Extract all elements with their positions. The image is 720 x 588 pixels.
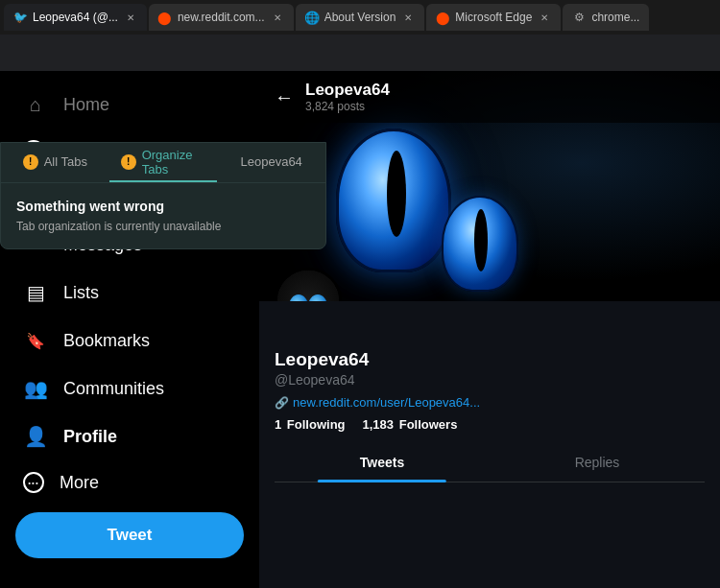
organize-tabs-content: Something went wrong Tab organization is… (1, 183, 325, 248)
bookmarks-icon: 🔖 (23, 328, 48, 353)
leopeva-tab-btn[interactable]: Leopeva64 (217, 143, 325, 182)
followers-label: Followers (399, 417, 458, 432)
profile-info-section: Leopeva64 @Leopeva64 🔗 new.reddit.com/us… (259, 301, 720, 494)
avatar-eye-right (308, 294, 327, 301)
tab-edge-title: Microsoft Edge (455, 11, 532, 24)
all-tabs-btn[interactable]: ! All Tabs (1, 143, 109, 182)
profile-posts-count: 3,824 posts (305, 100, 390, 113)
organize-tabs-btn[interactable]: ! Organize Tabs (109, 143, 218, 182)
cat-eye-big-right (442, 196, 518, 292)
reddit-favicon: ⬤ (158, 11, 172, 24)
tab-bar: 🐦 Leopeva64 (@... ✕ ⬤ new.reddit.com... … (0, 0, 720, 35)
following-count: 1 (275, 417, 281, 432)
followers-count: 1,183 (363, 417, 395, 432)
link-icon: 🔗 (275, 396, 289, 410)
nav-item-lists[interactable]: ▤ Lists (8, 270, 252, 315)
cat-pupil-right (474, 209, 488, 271)
version-favicon: 🌐 (305, 11, 319, 24)
tab-version[interactable]: 🌐 About Version ✕ (296, 4, 425, 31)
profile-header-bar: ← Leopeva64 3,824 posts (259, 71, 720, 123)
nav-item-home[interactable]: ⌂ Home (8, 82, 252, 127)
following-label: Following (287, 417, 346, 432)
profile-header-name: Leopeva64 (305, 81, 390, 100)
lists-icon: ▤ (23, 280, 48, 305)
profile-header-info: Leopeva64 3,824 posts (305, 81, 390, 113)
more-icon: ••• (23, 472, 44, 493)
tab-edge-close[interactable]: ✕ (538, 11, 551, 24)
twitter-profile: ← Leopeva64 3,824 posts (259, 71, 720, 588)
following-stat: 1 Following (275, 417, 348, 432)
tab-tweets[interactable]: Tweets (275, 443, 490, 482)
tab-chrome-title: chrome... (591, 11, 639, 24)
avatar-cat (277, 270, 339, 301)
chrome-favicon: ⚙ (572, 11, 586, 24)
organize-tabs-warning-icon: ! (121, 154, 136, 170)
nav-label-bookmarks: Bookmarks (63, 331, 150, 351)
nav-item-more[interactable]: ••• More (8, 462, 252, 503)
avatar-eye-left (289, 294, 308, 301)
error-title: Something went wrong (16, 199, 310, 214)
tab-version-title: About Version (324, 11, 396, 24)
browser-chrome: 🐦 Leopeva64 (@... ✕ ⬤ new.reddit.com... … (0, 0, 720, 71)
twitter-favicon: 🐦 (13, 11, 27, 24)
profile-link[interactable]: 🔗 new.reddit.com/user/Leopeva64... (275, 395, 705, 410)
organize-tabs-label: Organize Tabs (142, 148, 206, 176)
tab-version-close[interactable]: ✕ (401, 11, 415, 24)
tab-reddit-close[interactable]: ✕ (271, 11, 284, 24)
all-tabs-label: All Tabs (44, 154, 87, 169)
cat-eye-big-left (336, 129, 451, 272)
cat-pupil-left (387, 151, 406, 237)
profile-avatar-container (275, 268, 342, 301)
tab-reddit-title: new.reddit.com... (178, 11, 265, 24)
follow-stats: 1 Following 1,183 Followers (275, 417, 705, 432)
display-name: Leopeva64 (275, 349, 705, 370)
home-icon: ⌂ (23, 92, 48, 117)
tab-edge[interactable]: ⬤ Microsoft Edge ✕ (426, 4, 561, 31)
all-tabs-warning-icon: ! (23, 154, 38, 170)
nav-label-lists: Lists (63, 283, 99, 303)
back-arrow[interactable]: ← (275, 86, 294, 108)
profile-avatar (275, 268, 342, 301)
organize-tabs-header: ! All Tabs ! Organize Tabs Leopeva64 (1, 143, 325, 183)
tweet-button[interactable]: Tweet (15, 512, 244, 558)
followers-stat: 1,183 Followers (363, 417, 460, 432)
profile-tabs: Tweets Replies (275, 443, 705, 482)
nav-label-more: More (60, 473, 99, 493)
nav-item-profile[interactable]: 👤 Profile (8, 414, 252, 459)
tab-replies[interactable]: Replies (490, 443, 705, 482)
nav-item-bookmarks[interactable]: 🔖 Bookmarks (8, 318, 252, 363)
tab-twitter-close[interactable]: ✕ (124, 11, 137, 24)
nav-label-communities: Communities (63, 379, 164, 399)
nav-label-profile: Profile (63, 427, 117, 447)
nav-item-communities[interactable]: 👥 Communities (8, 366, 252, 411)
communities-icon: 👥 (23, 376, 48, 401)
organize-tabs-panel: ! All Tabs ! Organize Tabs Leopeva64 Som… (0, 142, 326, 249)
edge-favicon: ⬤ (436, 11, 449, 24)
tab-twitter[interactable]: 🐦 Leopeva64 (@... ✕ (4, 4, 147, 31)
tab-reddit[interactable]: ⬤ new.reddit.com... ✕ (149, 4, 294, 31)
address-bar-row (0, 35, 720, 71)
tab-twitter-title: Leopeva64 (@... (33, 11, 118, 24)
tab-chrome[interactable]: ⚙ chrome... (563, 4, 649, 31)
profile-icon: 👤 (23, 424, 48, 449)
leopeva-tab-label: Leopeva64 (241, 154, 302, 169)
profile-link-text: new.reddit.com/user/Leopeva64... (293, 395, 480, 410)
username: @Leopeva64 (275, 372, 705, 388)
nav-label-home: Home (63, 95, 109, 115)
error-subtitle: Tab organization is currently unavailabl… (16, 220, 310, 233)
